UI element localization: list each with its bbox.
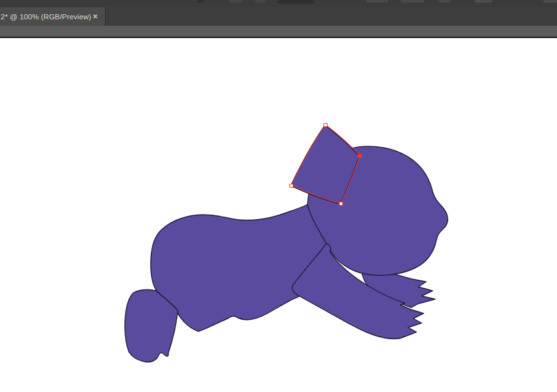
- toolbar-fragment: [475, 0, 492, 3]
- artwork-svg: [0, 38, 557, 392]
- artboard-canvas[interactable]: [0, 38, 557, 392]
- anchor-point[interactable]: [324, 124, 327, 127]
- anchor-point[interactable]: [340, 202, 343, 206]
- artwork-group: [125, 124, 448, 362]
- pasteboard: [0, 26, 557, 37]
- toolbar-fragment: [197, 0, 204, 3]
- toolbar-fragment: [229, 0, 242, 3]
- anchor-point-selected[interactable]: [358, 155, 362, 158]
- document-tab[interactable]: 2* @ 100% (RGB/Preview) ✕: [0, 7, 106, 26]
- toolbar-fragment: [277, 0, 315, 4]
- toolbar-fragment: [366, 0, 388, 3]
- app-top-strip: [0, 0, 557, 7]
- toolbar-fragment: [401, 0, 424, 3]
- document-tab-title: 2* @ 100% (RGB/Preview): [1, 13, 92, 21]
- tab-close-icon[interactable]: ✕: [92, 13, 99, 21]
- toolbar-fragment: [255, 0, 266, 3]
- toolbar-fragment: [543, 0, 557, 3]
- document-tab-bar: 2* @ 100% (RGB/Preview) ✕: [0, 7, 557, 26]
- toolbar-fragment: [438, 0, 451, 3]
- anchor-point[interactable]: [290, 184, 293, 188]
